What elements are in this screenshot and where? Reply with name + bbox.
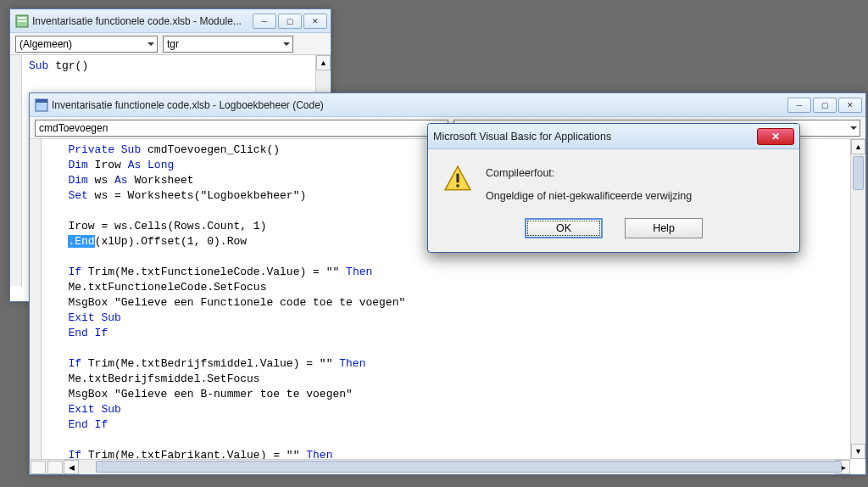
module-toolbar: (Algemeen) tgr: [10, 33, 331, 55]
code-title: Inventarisatie functionele code.xlsb - L…: [52, 99, 787, 111]
object-combo[interactable]: (Algemeen): [15, 36, 158, 53]
object-combo-value: cmdToevoegen: [39, 122, 108, 134]
object-combo[interactable]: cmdToevoegen: [35, 120, 448, 137]
horizontal-scrollbar[interactable]: ◀ ▶: [30, 459, 850, 474]
svg-rect-4: [36, 99, 47, 103]
hscroll-thumb[interactable]: [96, 461, 842, 473]
error-dialog[interactable]: Microsoft Visual Basic for Applications …: [427, 123, 800, 253]
dialog-message: Compileerfout: Ongeldige of niet-gekwali…: [486, 165, 692, 206]
svg-rect-6: [456, 174, 459, 183]
object-combo-value: (Algemeen): [19, 38, 72, 50]
warning-icon: [443, 165, 472, 193]
module-title: Inventarisatie functionele code.xlsb - M…: [32, 15, 253, 27]
dialog-text: Ongeldige of niet-gekwalificeerde verwij…: [486, 188, 692, 205]
maximize-button[interactable]: ▢: [278, 14, 302, 29]
scroll-up-icon[interactable]: ▲: [316, 55, 331, 70]
dialog-buttons: OK Help: [428, 213, 799, 252]
scroll-thumb[interactable]: [853, 156, 864, 190]
minimize-button[interactable]: ─: [787, 98, 811, 113]
vba-form-icon: [35, 98, 48, 112]
scroll-left-icon[interactable]: ◀: [64, 460, 79, 474]
view-full-module-icon[interactable]: [31, 461, 46, 474]
dialog-title: Microsoft Visual Basic for Applications: [433, 131, 757, 143]
scroll-up-icon[interactable]: ▲: [851, 139, 865, 154]
maximize-button[interactable]: ▢: [813, 98, 837, 113]
code-titlebar[interactable]: Inventarisatie functionele code.xlsb - L…: [30, 93, 865, 117]
scroll-down-icon[interactable]: ▼: [851, 444, 865, 459]
help-button[interactable]: Help: [625, 218, 703, 238]
svg-rect-7: [456, 184, 459, 187]
ok-button[interactable]: OK: [525, 218, 603, 238]
svg-rect-2: [18, 20, 26, 22]
close-button[interactable]: ✕: [838, 98, 862, 113]
dialog-close-button[interactable]: ✕: [757, 128, 794, 145]
dialog-body: Compileerfout: Ongeldige of niet-gekwali…: [428, 149, 799, 213]
gutter: [30, 139, 42, 459]
svg-rect-1: [18, 17, 26, 19]
module-titlebar[interactable]: Inventarisatie functionele code.xlsb - M…: [10, 9, 331, 33]
dialog-titlebar[interactable]: Microsoft Visual Basic for Applications …: [428, 124, 799, 149]
close-button[interactable]: ✕: [303, 14, 327, 29]
procedure-combo-value: tgr: [167, 38, 179, 50]
dialog-heading: Compileerfout:: [486, 165, 692, 182]
gutter: [10, 55, 22, 286]
view-procedure-icon[interactable]: [47, 461, 63, 474]
vba-module-icon: [15, 14, 29, 28]
minimize-button[interactable]: ─: [253, 14, 276, 29]
procedure-combo[interactable]: tgr: [163, 36, 293, 53]
vertical-scrollbar[interactable]: ▲ ▼: [850, 139, 865, 459]
